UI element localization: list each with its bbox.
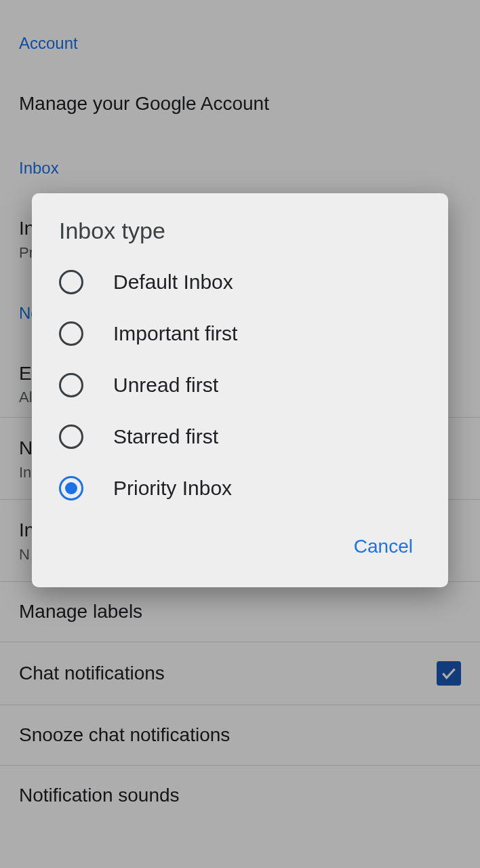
option-label: Starred first	[113, 425, 218, 448]
option-label: Priority Inbox	[113, 477, 232, 500]
option-label: Unread first	[113, 374, 218, 397]
option-label: Default Inbox	[113, 271, 233, 294]
radio-icon	[59, 373, 83, 397]
radio-icon	[59, 425, 83, 449]
option-unread-first[interactable]: Unread first	[32, 359, 448, 411]
dialog-title: Inbox type	[32, 218, 448, 256]
option-label: Important first	[113, 322, 237, 345]
option-important-first[interactable]: Important first	[32, 308, 448, 359]
option-starred-first[interactable]: Starred first	[32, 411, 448, 462]
inbox-type-dialog: Inbox type Default Inbox Important first…	[32, 193, 448, 587]
radio-icon-selected	[59, 476, 83, 500]
radio-icon	[59, 321, 83, 346]
option-priority-inbox[interactable]: Priority Inbox	[32, 462, 448, 514]
option-default-inbox[interactable]: Default Inbox	[32, 256, 448, 308]
radio-icon	[59, 270, 83, 294]
cancel-button[interactable]: Cancel	[346, 530, 421, 563]
